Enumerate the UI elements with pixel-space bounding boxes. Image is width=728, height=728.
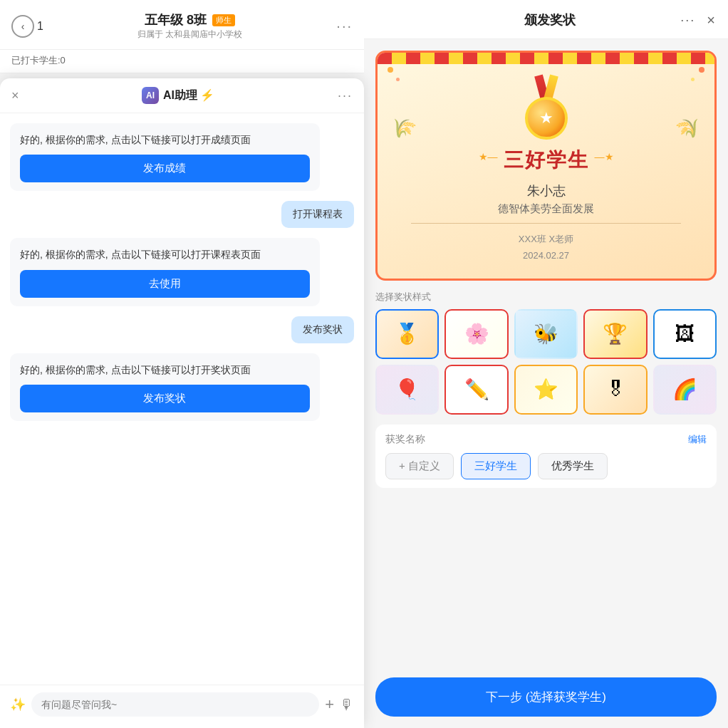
ai-dialog: × AI AI助理 ⚡ ··· 好的, 根据你的需求, 点击以下链接可以打开成绩…	[0, 78, 364, 728]
cert-medal: ★	[514, 76, 578, 140]
ai-input-field[interactable]	[31, 692, 319, 717]
style-icon-medal: 🥇	[377, 311, 437, 358]
school-name: 归属于 太和县闻庙中小学校	[43, 28, 336, 41]
style-selector-label: 选择奖状样式	[375, 291, 717, 303]
style-icon-ribbon: 🎖	[585, 366, 645, 413]
style-item-bee[interactable]: 🐝	[514, 309, 578, 359]
left-panel: ‹ 1 五年级 8班 师生 归属于 太和县闻庙中小学校 ··· 已打卡学生:0 …	[0, 0, 364, 728]
top-bar-more-icon[interactable]: ···	[336, 18, 353, 34]
bot-text-1: 好的, 根据你的需求, 点击以下链接可以打开成绩页面	[20, 134, 251, 145]
style-item-balloon[interactable]: 🎈	[375, 365, 439, 415]
cert-ribbon	[378, 53, 714, 64]
cert-student-name: 朱小志	[527, 182, 566, 199]
award-tag-custom[interactable]: + 自定义	[385, 453, 454, 479]
ai-dialog-title-text: AI助理 ⚡	[163, 88, 214, 103]
award-name-label: 获奖名称	[385, 433, 425, 446]
back-number: 1	[37, 20, 43, 33]
checkin-count: 已打卡学生:0	[11, 55, 66, 66]
right-title: 颁发奖状	[524, 11, 576, 28]
style-selector-section: 选择奖状样式 🥇 🌸 🐝 🏆 🖼	[375, 291, 717, 415]
ai-input-bar: ✨ + 🎙	[0, 685, 364, 728]
style-item-flower[interactable]: 🌸	[444, 309, 508, 359]
style-icon-trophy: 🏆	[585, 311, 645, 358]
checkin-info: 已打卡学生:0	[0, 50, 364, 73]
top-bar: ‹ 1 五年级 8班 师生 归属于 太和县闻庙中小学校 ···	[0, 0, 364, 50]
medal-star-icon: ★	[539, 109, 553, 128]
cert-description: 德智体美劳全面发展	[498, 202, 594, 216]
mic-icon[interactable]: 🎙	[340, 697, 354, 713]
style-item-stars[interactable]: ⭐	[514, 365, 578, 415]
deco-dot-4	[691, 78, 695, 81]
certificate-card: 🌾 🌾 ★ ★— 三好学生 —★ 朱小志 德智体美劳全面发展 XXX班 X老师	[375, 51, 717, 281]
style-item-medal[interactable]: 🥇	[375, 309, 439, 359]
deco-dot-1	[388, 67, 393, 73]
teacher-badge: 师生	[212, 14, 235, 26]
user-message-2: 发布奖状	[291, 316, 354, 343]
back-circle-icon: ‹	[11, 15, 34, 38]
bot-message-2: 好的, 根据你的需求, 点击以下链接可以打开课程表页面 去使用	[10, 238, 320, 306]
cert-title-row: ★— 三好学生 —★	[479, 140, 614, 174]
back-button[interactable]: ‹ 1	[11, 15, 43, 38]
user-message-row-1: 打开课程表	[10, 201, 354, 228]
cert-star-right: —★	[595, 151, 614, 162]
cert-class-info: XXX班 X老师 2024.02.27	[519, 231, 573, 264]
style-grid: 🥇 🌸 🐝 🏆 🖼 🎈 ✏️	[375, 309, 717, 415]
cert-star-left: ★—	[479, 151, 498, 162]
award-tags: + 自定义 三好学生 优秀学生	[385, 453, 707, 479]
right-header-actions: ··· ×	[680, 12, 715, 28]
plus-icon[interactable]: +	[325, 695, 334, 714]
style-icon-pencil: ✏️	[446, 366, 506, 413]
user-message-row-2: 发布奖状	[10, 316, 354, 343]
style-icon-stars: ⭐	[516, 366, 576, 413]
ai-dialog-title: AI AI助理 ⚡	[142, 87, 214, 104]
right-close-button[interactable]: ×	[707, 12, 715, 28]
ai-chat-scroll: 好的, 根据你的需求, 点击以下链接可以打开成绩页面 发布成绩 打开课程表 好的…	[0, 113, 364, 685]
right-header: 颁发奖状 ··· ×	[364, 0, 728, 39]
bot-message-3: 好的, 根据你的需求, 点击以下链接可以打开奖状页面 发布奖状	[10, 353, 320, 421]
bot-text-2: 好的, 根据你的需求, 点击以下链接可以打开课程表页面	[20, 249, 261, 260]
style-item-ribbon[interactable]: 🎖	[583, 365, 647, 415]
style-item-trophy[interactable]: 🏆	[583, 309, 647, 359]
user-message-1: 打开课程表	[281, 201, 354, 228]
ai-dialog-header: × AI AI助理 ⚡ ···	[0, 78, 364, 113]
right-scroll-area: 🌾 🌾 ★ ★— 三好学生 —★ 朱小志 德智体美劳全面发展 XXX班 X老师	[364, 39, 728, 677]
laurel-left: 🌾	[387, 113, 418, 144]
cert-class-text: XXX班 X老师	[519, 231, 573, 247]
style-icon-balloon: 🎈	[377, 366, 437, 413]
award-name-section: 获奖名称 编辑 + 自定义 三好学生 优秀学生	[375, 425, 717, 488]
style-icon-rainbow: 🌈	[655, 366, 715, 413]
cert-award-title: 三好学生	[504, 147, 589, 174]
award-tag-sanhao[interactable]: 三好学生	[461, 453, 531, 479]
bot-message-1: 好的, 根据你的需求, 点击以下链接可以打开成绩页面 发布成绩	[10, 123, 320, 191]
deco-dot-3	[699, 67, 704, 73]
style-item-rainbow[interactable]: 🌈	[653, 365, 717, 415]
right-panel: 颁发奖状 ··· × 🌾 🌾 ★	[364, 0, 728, 728]
style-icon-flower: 🌸	[446, 311, 506, 358]
next-step-button[interactable]: 下一步 (选择获奖学生)	[375, 677, 717, 717]
right-more-icon[interactable]: ···	[680, 13, 695, 28]
style-item-pencil[interactable]: ✏️	[444, 365, 508, 415]
class-name: 五年级 8班	[145, 11, 207, 28]
deco-dot-2	[396, 78, 400, 81]
magic-icon: ✨	[10, 697, 26, 712]
bot-text-3: 好的, 根据你的需求, 点击以下链接可以打开奖状页面	[20, 364, 251, 375]
award-tag-youxiu[interactable]: 优秀学生	[538, 453, 608, 479]
award-edit-button[interactable]: 编辑	[688, 433, 707, 446]
go-use-button[interactable]: 去使用	[20, 270, 310, 298]
ai-icon: AI	[142, 87, 159, 104]
publish-award-button[interactable]: 发布奖状	[20, 385, 310, 412]
medal-circle: ★	[525, 97, 568, 140]
award-section-header: 获奖名称 编辑	[385, 433, 707, 446]
cert-date: 2024.02.27	[519, 247, 573, 264]
cert-divider	[411, 223, 680, 224]
class-title-block: 五年级 8班 师生 归属于 太和县闻庙中小学校	[43, 11, 336, 41]
laurel-right: 🌾	[673, 113, 704, 144]
style-icon-bee: 🐝	[516, 311, 576, 358]
style-item-frame[interactable]: 🖼	[653, 309, 717, 359]
style-icon-frame: 🖼	[655, 311, 715, 358]
ai-dialog-more-icon[interactable]: ···	[338, 88, 353, 103]
ai-dialog-close-button[interactable]: ×	[11, 88, 19, 103]
publish-grades-button[interactable]: 发布成绩	[20, 155, 310, 182]
